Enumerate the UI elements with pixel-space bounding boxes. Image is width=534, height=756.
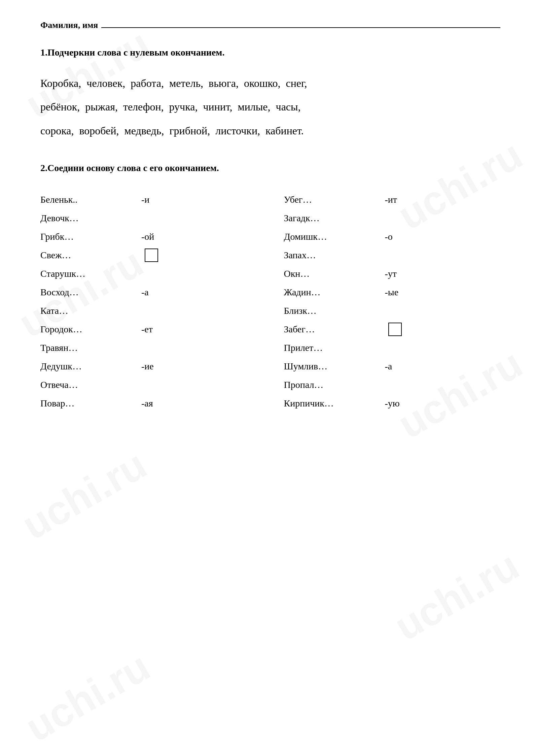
right-row-8: Забег… — [284, 320, 501, 338]
left-ending-10: -ие — [141, 361, 168, 372]
right-ending-12: -ую — [385, 398, 412, 409]
page-content: Фамилия, имя 1.Подчеркни слова с нулевым… — [0, 0, 534, 433]
right-row-4: Запах… — [284, 246, 501, 264]
left-row-8: Городок… -ет — [40, 320, 257, 338]
empty-box-left — [145, 249, 158, 262]
left-column: Беленьк.. -и Девочк… Грибк… -ой Свеж… Ст… — [40, 190, 257, 413]
left-word-5: Старушк… — [40, 268, 135, 279]
right-word-12: Кирпичик… — [284, 398, 378, 409]
left-word-10: Дедушк… — [40, 361, 135, 372]
header-row: Фамилия, имя — [40, 20, 500, 30]
right-row-5: Окн… -ут — [284, 264, 501, 283]
right-word-10: Шумлив… — [284, 361, 378, 372]
header-label: Фамилия, имя — [40, 20, 98, 30]
name-underline — [101, 27, 500, 28]
right-word-7: Близк… — [284, 305, 378, 316]
right-row-1: Убег… -ит — [284, 190, 501, 209]
left-word-8: Городок… — [40, 324, 135, 335]
right-row-12: Кирпичик… -ую — [284, 394, 501, 413]
right-word-11: Пропал… — [284, 380, 378, 390]
word-line2: ребёнок, рыжая, телефон, ручка, чинит, м… — [40, 101, 301, 113]
right-row-11: Пропал… — [284, 375, 501, 394]
right-word-5: Окн… — [284, 268, 378, 279]
right-row-6: Жадин… -ые — [284, 283, 501, 301]
left-word-6: Восход… — [40, 287, 135, 298]
left-word-2: Девочк… — [40, 213, 135, 224]
left-row-10: Дедушк… -ие — [40, 357, 257, 375]
right-ending-5: -ут — [385, 268, 412, 279]
left-row-5: Старушк… — [40, 264, 257, 283]
right-ending-3: -о — [385, 231, 412, 242]
left-ending-1: -и — [141, 194, 168, 205]
word-list: Коробка, человек, работа, метель, вьюга,… — [40, 71, 500, 142]
left-row-3: Грибк… -ой — [40, 227, 257, 246]
word-line3: сорока, воробей, медведь, грибной, листо… — [40, 125, 304, 137]
left-word-3: Грибк… — [40, 231, 135, 242]
matching-area: Беленьк.. -и Девочк… Грибк… -ой Свеж… Ст… — [40, 190, 500, 413]
right-word-2: Загадк… — [284, 213, 378, 224]
left-ending-6: -а — [141, 287, 168, 298]
right-word-4: Запах… — [284, 250, 378, 261]
left-ending-12: -ая — [141, 398, 168, 409]
left-row-1: Беленьк.. -и — [40, 190, 257, 209]
right-ending-10: -а — [385, 361, 412, 372]
left-row-9: Травян… — [40, 338, 257, 357]
section1-title: 1.Подчеркни слова с нулевым окончанием. — [40, 47, 500, 58]
left-word-1: Беленьк.. — [40, 194, 135, 205]
right-row-9: Прилет… — [284, 338, 501, 357]
left-row-12: Повар… -ая — [40, 394, 257, 413]
right-word-9: Прилет… — [284, 342, 378, 353]
right-row-10: Шумлив… -а — [284, 357, 501, 375]
left-ending-8: -ет — [141, 324, 168, 335]
left-row-4: Свеж… — [40, 246, 257, 264]
left-word-9: Травян… — [40, 342, 135, 353]
word-line1: Коробка, человек, работа, метель, вьюга,… — [40, 77, 307, 89]
right-ending-8 — [385, 323, 412, 336]
left-row-6: Восход… -а — [40, 283, 257, 301]
left-word-7: Ката… — [40, 305, 135, 316]
right-row-2: Загадк… — [284, 209, 501, 227]
empty-box-right — [388, 323, 402, 336]
left-ending-4 — [141, 249, 168, 262]
right-word-6: Жадин… — [284, 287, 378, 298]
right-word-3: Домишк… — [284, 231, 378, 242]
right-ending-6: -ые — [385, 287, 412, 298]
section2-title: 2.Соедини основу слова с его окончанием. — [40, 163, 500, 173]
right-word-1: Убег… — [284, 194, 378, 205]
right-ending-1: -ит — [385, 194, 412, 205]
left-row-2: Девочк… — [40, 209, 257, 227]
left-ending-3: -ой — [141, 231, 168, 242]
left-word-11: Отвеча… — [40, 380, 135, 390]
right-row-3: Домишк… -о — [284, 227, 501, 246]
right-row-7: Близк… — [284, 301, 501, 320]
left-row-11: Отвеча… — [40, 375, 257, 394]
right-word-8: Забег… — [284, 324, 378, 335]
left-word-12: Повар… — [40, 398, 135, 409]
left-word-4: Свеж… — [40, 250, 135, 261]
right-column: Убег… -ит Загадк… Домишк… -о Запах… Окн…… — [284, 190, 501, 413]
left-row-7: Ката… — [40, 301, 257, 320]
